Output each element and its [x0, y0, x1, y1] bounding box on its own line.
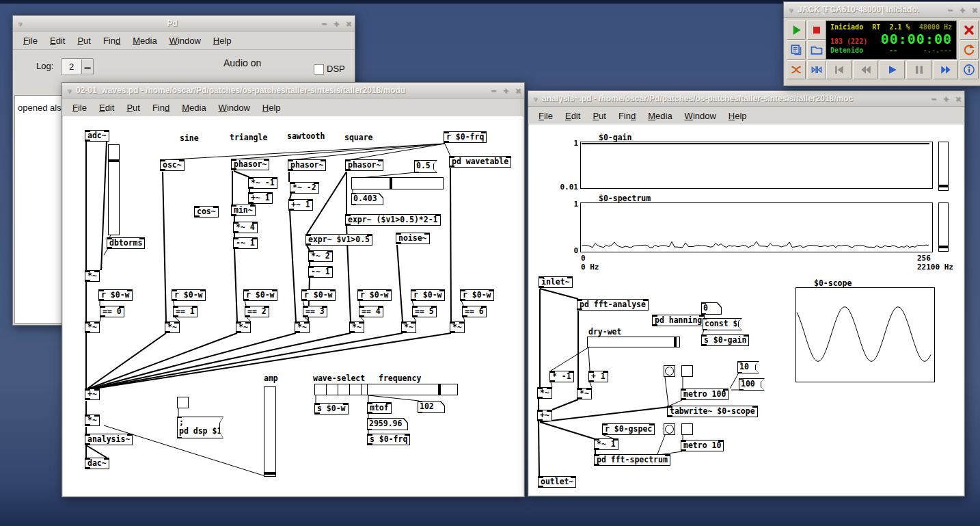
minimize-icon[interactable]: −	[927, 94, 940, 104]
maximize-icon[interactable]: +	[330, 18, 342, 29]
dsp-toggle[interactable]	[177, 397, 189, 408]
gain-atom[interactable]: 0	[701, 302, 722, 315]
close-icon[interactable]: ×	[512, 86, 524, 96]
menu-item-edit[interactable]: Edit	[93, 101, 120, 115]
maximize-icon[interactable]: +	[500, 86, 512, 96]
menu-item-media[interactable]: Media	[642, 109, 678, 123]
minimize-icon[interactable]: −	[487, 86, 500, 96]
input-gain-slider[interactable]	[108, 144, 120, 235]
scope-toggle[interactable]	[681, 365, 693, 377]
slider-knob[interactable]	[390, 178, 392, 189]
menu-item-help[interactable]: Help	[207, 34, 238, 48]
maximize-icon[interactable]: +	[956, 5, 968, 15]
pd-main-titlebar[interactable]: ▾ Pd − + ×	[13, 16, 355, 31]
connections-button[interactable]	[807, 60, 826, 79]
minimize-icon[interactable]: −	[944, 5, 956, 15]
dry-wet-slider[interactable]	[587, 337, 680, 347]
rewind-start-button[interactable]	[826, 60, 852, 79]
slider-knob[interactable]	[109, 159, 119, 162]
stop-button[interactable]	[807, 21, 826, 40]
phasor-square: phasor~	[345, 159, 383, 171]
forward-button[interactable]	[933, 60, 958, 79]
close-icon[interactable]: ×	[342, 18, 355, 29]
close-icon[interactable]: ×	[952, 94, 964, 104]
patchbay-button[interactable]	[787, 60, 806, 79]
port-tr	[506, 157, 511, 158]
window-menu-icon[interactable]: ▾	[62, 87, 76, 94]
duty-slider[interactable]	[351, 177, 444, 189]
spec-bang[interactable]	[664, 423, 675, 435]
menu-item-find[interactable]: Find	[97, 34, 126, 48]
window-menu-icon[interactable]: ▾	[528, 95, 542, 103]
menu-item-edit[interactable]: Edit	[44, 34, 71, 48]
port-tl	[303, 306, 308, 308]
menu-item-file[interactable]: File	[66, 101, 93, 115]
spec-toggle[interactable]	[681, 423, 693, 435]
radio-cell-1[interactable]	[327, 384, 338, 395]
menu-item-media[interactable]: Media	[176, 101, 212, 115]
port-tr	[327, 267, 332, 268]
amp-slider[interactable]	[264, 386, 276, 477]
menu-item-help[interactable]: Help	[256, 101, 287, 115]
menu-item-file[interactable]: File	[532, 109, 559, 123]
menu-item-file[interactable]: File	[17, 34, 44, 48]
menu-item-put[interactable]: Put	[120, 101, 146, 115]
radio-cell-3[interactable]	[350, 384, 362, 395]
about-button[interactable]	[959, 60, 979, 79]
jack-titlebar[interactable]: ▾ JACK [FCA610-48000] Iniciado. − + ×	[784, 2, 980, 18]
analysis-titlebar[interactable]: ▾ analysis~.pd - /home/oscar/Pd/patches/…	[528, 91, 964, 107]
const-msg[interactable]: const $1	[703, 318, 742, 330]
start-button[interactable]	[787, 21, 806, 40]
menu-item-find[interactable]: Find	[146, 101, 176, 115]
spectrum-graph-slider[interactable]	[938, 202, 949, 252]
port-tl	[174, 306, 178, 308]
menu-item-edit[interactable]: Edit	[559, 109, 586, 123]
dsp-msg[interactable]: ; pd dsp $1	[177, 417, 223, 438]
radio-cell-2[interactable]	[338, 384, 350, 395]
transport-play-button[interactable]	[880, 60, 905, 79]
close-icon[interactable]: ×	[968, 5, 980, 15]
inlet: inlet~	[539, 276, 573, 288]
msg-10[interactable]: 10	[737, 361, 759, 373]
scope-bang[interactable]	[664, 365, 675, 377]
gain-graph-slider[interactable]	[938, 142, 949, 191]
maximize-icon[interactable]: +	[940, 94, 952, 104]
slider-knob[interactable]	[939, 185, 948, 187]
slider-knob[interactable]	[264, 472, 275, 475]
pause-button[interactable]	[906, 60, 931, 79]
menu-item-window[interactable]: Window	[679, 109, 722, 123]
menu-item-put[interactable]: Put	[586, 109, 612, 123]
window-menu-icon[interactable]: ▾	[13, 20, 27, 27]
slider-knob[interactable]	[438, 384, 441, 395]
quit-button[interactable]	[959, 21, 979, 40]
dsp-checkbox[interactable]	[314, 64, 324, 75]
port-bl	[358, 299, 363, 300]
messages-button[interactable]	[787, 40, 806, 60]
radio-cell-0[interactable]	[315, 384, 327, 395]
menu-item-find[interactable]: Find	[612, 109, 642, 123]
freq-slider[interactable]	[367, 384, 458, 395]
menu-item-window[interactable]: Window	[163, 34, 207, 48]
gate-4: *~	[295, 321, 310, 333]
msg-100[interactable]: 100	[739, 378, 765, 391]
waves-titlebar[interactable]: ▾ 02-01_waves.pd - /home/oscar/Pd/patche…	[62, 83, 524, 98]
menu-item-media[interactable]: Media	[126, 34, 163, 48]
midi-number[interactable]: 102	[418, 401, 445, 413]
log-level-spinner[interactable]: 2▬	[61, 58, 94, 75]
duty-number[interactable]: 0.403	[351, 193, 383, 205]
session-button[interactable]	[807, 40, 826, 60]
menu-item-put[interactable]: Put	[71, 34, 97, 48]
port-bl	[368, 412, 372, 413]
window-menu-icon[interactable]: ▾	[784, 6, 798, 14]
duty-msg[interactable]: 0.5	[414, 160, 437, 173]
slider-knob[interactable]	[939, 246, 948, 248]
spinner-icon[interactable]: ▬	[81, 60, 93, 74]
slider-knob[interactable]	[674, 337, 677, 347]
refresh-button[interactable]	[959, 40, 979, 60]
minimize-icon[interactable]: −	[318, 18, 330, 29]
menu-item-help[interactable]: Help	[722, 109, 753, 123]
y-axis-max: 1	[573, 200, 578, 209]
menu-item-window[interactable]: Window	[213, 101, 256, 115]
freq-number[interactable]: 2959.96	[367, 418, 408, 430]
rewind-button[interactable]	[853, 60, 878, 79]
